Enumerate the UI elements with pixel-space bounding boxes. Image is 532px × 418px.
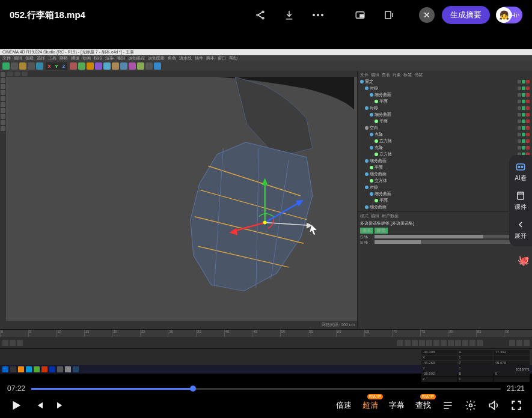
drawer-courseware[interactable]: 课件 [515,190,527,211]
book-icon [515,190,527,202]
tree-row: 对称 [360,184,530,190]
svg-rect-28 [518,192,524,199]
svg-point-2 [262,17,264,19]
c4d-titlebar: CINEMA 4D R19.024 Studio (RC - R19) - [无… [0,49,532,55]
viewport-status: 网格间隔: 100 cm [6,321,357,329]
tree-row: 对称 [360,85,530,91]
tree-row: 细分曲面 [360,171,530,177]
svg-point-26 [518,166,520,168]
video-frame: CINEMA 4D R19.024 Studio (RC - R19) - [无… [0,49,532,357]
svg-rect-25 [516,164,524,170]
drawer-ai-watch[interactable]: AI看 [515,161,527,183]
tree-row: 细分曲面 [360,91,530,98]
tree-row: 立方体 [360,151,530,157]
time-total: 21:21 [507,384,525,393]
c4d-viewport: 网格间隔: 100 cm [6,71,358,329]
quality-button[interactable]: 超清 SWIP [362,400,378,411]
svg-point-5 [321,14,323,16]
attribute-manager: 模式编辑用户数据 多边形选集标签 [多边形选集] 基本 标签 S %S % [358,212,532,329]
svg-point-29 [469,404,472,407]
svg-rect-7 [360,14,363,17]
tree-row: 细分曲面 [360,157,530,164]
progress-fill [31,388,193,390]
c4d-toolbar: X Y Z [0,61,532,71]
tree-row: 克隆 [360,144,530,151]
tree-row: 克隆 [360,131,530,138]
tree-row: 平面 [360,164,530,171]
side-drawer: AI看 课件 展开 [509,155,532,246]
settings-icon[interactable] [465,399,477,411]
next-button[interactable] [55,400,66,411]
tree-row: 空白 [360,124,530,131]
more-icon[interactable] [307,4,329,26]
svg-point-4 [317,14,319,16]
avatar[interactable]: 👧 Hi › [497,7,522,23]
video-top-bar: 052.行李箱18.mp4 ✕ 生成摘要 👧 Hi › [0,0,532,30]
search-button[interactable]: 查找 SWIP [415,400,431,411]
svg-rect-8 [385,11,391,19]
tree-row: 细分曲面 [360,190,530,197]
c4d-left-toolbar [0,71,6,329]
prev-button[interactable] [34,400,44,411]
generate-summary-button[interactable]: 生成摘要 [442,6,490,24]
chevron-left-icon [515,219,527,231]
progress-bar-row: 07:22 21:21 [0,384,532,393]
pip-icon[interactable] [349,4,371,26]
tree-row: 平面 [360,98,530,104]
fullscreen-icon[interactable] [510,399,522,411]
drawer-expand[interactable]: 展开 [515,219,527,240]
tree-row: 平面 [360,118,530,124]
tree-row: 立方体 [360,138,530,144]
tree-row: 固定 [360,78,530,85]
tree-row: 平面 [360,197,530,204]
xyz-toggle: X Y Z [46,62,67,70]
share-icon[interactable] [249,4,271,26]
time-current: 07:22 [7,384,25,393]
svg-point-0 [262,11,264,13]
speed-button[interactable]: 倍速 [336,400,352,411]
download-icon[interactable] [278,4,300,26]
subtitle-button[interactable]: 字幕 [389,400,405,411]
video-title: 052.行李箱18.mp4 [10,10,242,21]
tree-row: 对称 [360,104,530,111]
play-button[interactable] [10,399,23,412]
timeline: 051015202530354045505560657075808590 [0,329,532,348]
svg-point-24 [263,221,267,225]
c4d-menubar: 文件编辑创建选择工具网格捕捉动画模拟渲染雕刻运动跟踪运动图形角色流水线插件脚本窗… [0,55,532,61]
object-manager: 文件编辑查看对象标签书签 固定对称细分曲面平面对称细分曲面平面空白克隆立方体克隆… [358,71,532,212]
svg-point-1 [257,14,258,16]
tree-row: 立方体 [360,177,530,184]
mesh-object [191,142,317,291]
tree-row: 细分曲面 [360,111,530,118]
playlist-icon[interactable] [442,399,454,411]
volume-icon[interactable] [488,399,500,411]
swip-badge: SWIP [367,394,383,399]
swip-badge: SWIP [420,394,436,399]
progress-track[interactable] [31,388,501,390]
tree-row: 细分曲面 [360,204,530,210]
close-icon[interactable]: ✕ [419,7,435,23]
ai-icon [515,161,527,173]
coord-bar: -44.308H77.392X1-44.268P45.078Y1-38.802B… [0,348,532,365]
svg-point-27 [521,166,523,168]
progress-thumb[interactable] [190,386,196,392]
player-controls: 倍速 超清 SWIP 字幕 查找 SWIP [0,393,532,418]
c4d-window: CINEMA 4D R19.024 Studio (RC - R19) - [无… [0,49,532,357]
theater-icon[interactable] [378,4,400,26]
mascot-icon: 🐙 [518,255,530,266]
svg-point-3 [313,14,315,16]
